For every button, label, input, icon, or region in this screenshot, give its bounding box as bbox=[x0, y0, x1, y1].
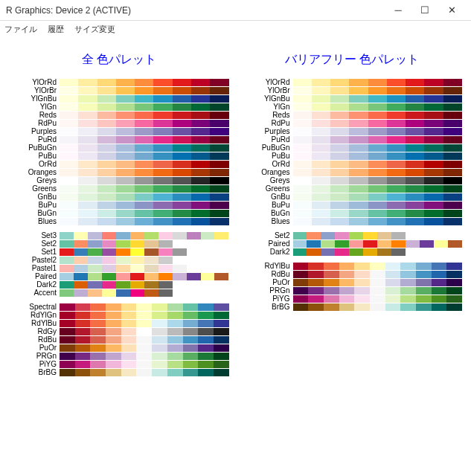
color-swatch bbox=[368, 161, 387, 168]
color-swatch bbox=[116, 232, 130, 239]
color-swatch bbox=[349, 218, 368, 225]
color-swatch bbox=[446, 271, 462, 278]
color-swatch bbox=[293, 271, 309, 278]
color-swatch bbox=[201, 265, 215, 272]
palette-row-rdylgn: RdYlGn bbox=[9, 311, 229, 319]
palette-row-paired: Paired bbox=[9, 272, 229, 280]
palette-row-purples: Purples bbox=[9, 127, 229, 135]
color-swatch bbox=[173, 240, 187, 248]
color-swatch bbox=[210, 177, 228, 184]
color-swatch bbox=[74, 265, 88, 272]
color-swatch bbox=[88, 232, 102, 239]
color-swatch bbox=[368, 202, 387, 209]
color-swatch bbox=[97, 218, 116, 225]
color-swatch bbox=[370, 271, 385, 278]
palette-row-ylorbr: YlOrBr bbox=[9, 86, 229, 94]
color-swatch bbox=[187, 289, 201, 297]
color-swatch bbox=[349, 169, 368, 176]
color-swatch bbox=[116, 240, 130, 248]
palette-row-ylgnbu: YlGnBu bbox=[243, 94, 463, 103]
color-swatch bbox=[214, 303, 229, 311]
color-swatch bbox=[106, 312, 121, 319]
color-swatch bbox=[158, 273, 173, 280]
color-swatch bbox=[293, 112, 312, 119]
color-swatch bbox=[385, 287, 401, 295]
color-swatch bbox=[167, 336, 183, 344]
palette-row-rdbu: RdBu bbox=[243, 270, 463, 278]
color-swatch bbox=[308, 263, 324, 270]
color-swatch bbox=[158, 257, 173, 264]
color-swatch bbox=[78, 185, 97, 193]
menu-file[interactable]: ファイル bbox=[4, 24, 37, 35]
minimize-button[interactable]: ─ bbox=[385, 4, 411, 16]
color-swatch bbox=[90, 303, 106, 311]
swatch-strip bbox=[60, 303, 229, 311]
color-swatch bbox=[116, 144, 135, 152]
color-swatch bbox=[97, 144, 116, 152]
color-swatch bbox=[130, 265, 144, 272]
color-swatch bbox=[349, 95, 368, 103]
color-swatch bbox=[210, 79, 228, 86]
palette-row-greens: Greens bbox=[243, 184, 463, 193]
palette-label: Set2 bbox=[9, 240, 60, 248]
color-swatch bbox=[420, 248, 434, 256]
palette-row-dark2: Dark2 bbox=[243, 248, 463, 256]
color-swatch bbox=[330, 202, 349, 209]
maximize-button[interactable]: ☐ bbox=[411, 4, 438, 16]
palette-row-ylgn: YlGn bbox=[9, 103, 229, 111]
color-swatch bbox=[158, 232, 173, 239]
swatch-strip bbox=[60, 120, 229, 127]
color-swatch bbox=[424, 218, 443, 225]
palette-label: YlOrRd bbox=[243, 79, 293, 86]
palette-label: Greys bbox=[9, 177, 60, 184]
color-swatch bbox=[106, 344, 121, 352]
palette-label: Pastel1 bbox=[9, 265, 60, 272]
menu-history[interactable]: 履歴 bbox=[48, 24, 64, 35]
color-swatch bbox=[106, 320, 121, 327]
color-swatch bbox=[210, 202, 228, 209]
color-swatch bbox=[312, 177, 330, 184]
color-swatch bbox=[210, 144, 228, 152]
color-swatch bbox=[116, 193, 135, 201]
color-swatch bbox=[144, 248, 158, 256]
color-swatch bbox=[102, 248, 116, 256]
menu-resize[interactable]: サイズ変更 bbox=[74, 24, 115, 35]
color-swatch bbox=[152, 361, 167, 368]
color-swatch bbox=[363, 240, 377, 248]
color-swatch bbox=[387, 177, 406, 184]
color-swatch bbox=[368, 144, 387, 152]
color-swatch bbox=[167, 353, 183, 360]
color-swatch bbox=[293, 279, 309, 286]
color-swatch bbox=[167, 369, 183, 376]
color-swatch bbox=[121, 361, 137, 368]
color-swatch bbox=[416, 271, 432, 278]
palette-label: RdGy bbox=[9, 328, 60, 335]
color-swatch bbox=[116, 128, 135, 135]
color-swatch bbox=[335, 232, 349, 239]
color-swatch bbox=[153, 144, 172, 152]
qualitative-group-right: Set2PairedDark2 bbox=[243, 231, 463, 256]
color-swatch bbox=[214, 369, 229, 376]
color-swatch bbox=[90, 320, 106, 327]
color-swatch bbox=[387, 136, 406, 144]
palette-row-bugn: BuGn bbox=[243, 209, 463, 217]
color-swatch bbox=[424, 87, 443, 94]
color-swatch bbox=[60, 87, 78, 94]
close-button[interactable]: ✕ bbox=[438, 4, 465, 16]
color-swatch bbox=[191, 193, 210, 201]
color-swatch bbox=[198, 369, 214, 376]
color-swatch bbox=[97, 112, 116, 119]
color-swatch bbox=[385, 271, 401, 278]
color-swatch bbox=[312, 210, 330, 217]
color-swatch bbox=[214, 281, 228, 289]
color-swatch bbox=[387, 103, 406, 111]
color-swatch bbox=[312, 193, 330, 201]
color-swatch bbox=[173, 103, 191, 111]
color-swatch bbox=[153, 218, 172, 225]
color-swatch bbox=[153, 103, 172, 111]
palette-row-piyg: PiYG bbox=[9, 360, 229, 368]
color-swatch bbox=[173, 169, 191, 176]
color-swatch bbox=[446, 287, 462, 295]
color-swatch bbox=[330, 193, 349, 201]
swatch-strip bbox=[60, 112, 229, 119]
